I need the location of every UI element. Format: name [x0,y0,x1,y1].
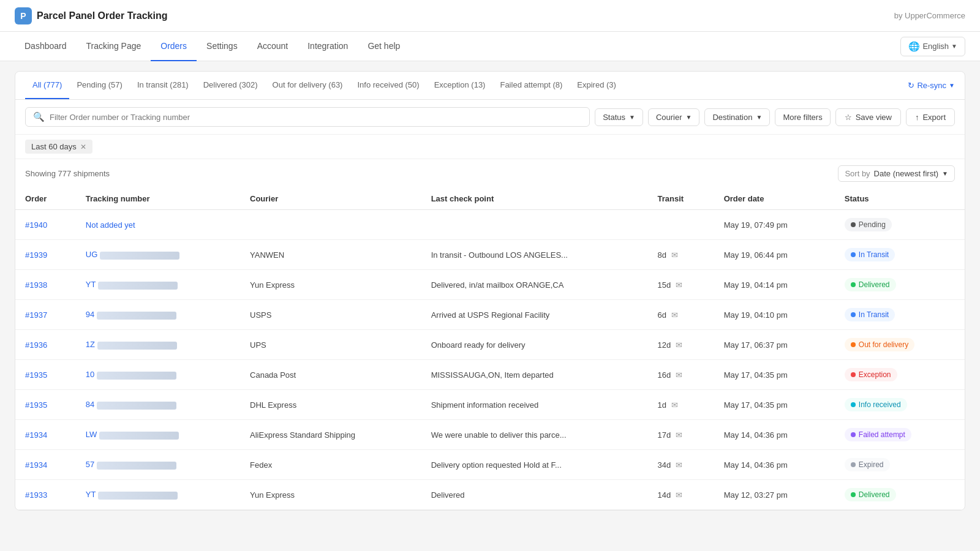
nav-account[interactable]: Account [247,32,298,61]
order-link[interactable]: #1935 [25,400,47,410]
transit-days: 6d ✉ [648,300,714,330]
order-link[interactable]: #1936 [25,340,47,350]
order-date: May 14, 04:36 pm [714,450,835,480]
order-number[interactable]: #1933 [15,480,76,510]
tab-exception[interactable]: Exception (13) [427,72,493,99]
nav-tracking-page[interactable]: Tracking Page [77,32,151,61]
top-bar: P Parcel Panel Order Tracking by UpperCo… [0,0,980,32]
order-number[interactable]: #1934 [15,420,76,450]
col-checkpoint: Last check point [421,188,648,210]
app-branding: P Parcel Panel Order Tracking [15,7,167,24]
courier-name: Yun Express [240,270,421,300]
tracking-number[interactable]: 1Z [76,330,240,360]
search-icon: 🔍 [33,111,45,122]
showing-row: Showing 777 shipments Sort by Date (newe… [15,159,965,188]
export-button[interactable]: ↑ Export [906,108,955,126]
order-link[interactable]: #1934 [25,460,47,470]
order-number[interactable]: #1935 [15,360,76,390]
mail-icon: ✉ [676,490,682,500]
resync-button[interactable]: ↻ Re-sync ▼ [908,76,955,95]
nav-orders[interactable]: Orders [151,32,197,61]
status-badge: In Transit [845,308,895,321]
order-link[interactable]: #1935 [25,370,47,380]
nav-dashboard[interactable]: Dashboard [15,32,77,61]
nav-settings[interactable]: Settings [197,32,247,61]
order-link[interactable]: #1939 [25,250,47,260]
nav-links: Dashboard Tracking Page Orders Settings … [15,32,410,61]
nav-integration[interactable]: Integration [298,32,358,61]
tracking-link[interactable]: 84 [86,400,176,409]
tracking-number[interactable]: YT [76,480,240,510]
order-link[interactable]: #1933 [25,490,47,500]
tracking-link[interactable]: 57 [86,460,176,469]
order-number[interactable]: #1938 [15,270,76,300]
table-row: #1933YT Yun ExpressDelivered14d ✉May 12,… [15,480,965,510]
order-number[interactable]: #1936 [15,330,76,360]
order-link[interactable]: #1934 [25,430,47,440]
order-number[interactable]: #1934 [15,450,76,480]
tracking-link[interactable]: YT [86,490,178,499]
order-link[interactable]: #1938 [25,280,47,290]
tab-failed-attempt[interactable]: Failed attempt (8) [492,72,570,99]
table-row: #193584 DHL ExpressShipment information … [15,390,965,420]
status-label: In Transit [859,310,889,319]
tab-delivered[interactable]: Delivered (302) [196,72,265,99]
order-link[interactable]: #1940 [25,220,47,230]
save-view-button[interactable]: ☆ Save view [835,108,901,126]
tracking-link[interactable]: LW [86,430,179,439]
tab-all[interactable]: All (777) [25,72,69,99]
courier-name: UPS [240,330,421,360]
order-number[interactable]: #1940 [15,210,76,240]
status-filter-button[interactable]: Status ▼ [595,108,643,126]
transit-days: 12d ✉ [648,330,714,360]
status-cell: Failed attempt [835,420,965,450]
destination-filter-button[interactable]: Destination ▼ [704,108,770,126]
tracking-link[interactable]: 94 [86,310,176,319]
export-label: Export [922,113,946,122]
more-filters-label: More filters [783,113,822,122]
more-filters-button[interactable]: More filters [775,108,830,126]
tracking-number[interactable]: YT [76,270,240,300]
sort-select[interactable]: Sort by Date (newest first) ▼ [838,165,955,182]
tracking-number[interactable]: Not added yet [76,210,240,240]
tracking-link[interactable]: UG [86,250,179,259]
order-link[interactable]: #1937 [25,310,47,320]
tracking-number[interactable]: LW [76,420,240,450]
order-number[interactable]: #1935 [15,390,76,420]
status-cell: Expired [835,450,965,480]
courier-name: AliExpress Standard Shipping [240,420,421,450]
search-box[interactable]: 🔍 [25,107,590,127]
tab-in-transit[interactable]: In transit (281) [130,72,196,99]
app-title: Parcel Panel Order Tracking [37,10,167,21]
tracking-number[interactable]: UG [76,240,240,270]
status-badge: Delivered [845,488,896,501]
tracking-link[interactable]: 1Z [86,340,177,349]
date-tag-close-icon[interactable]: ✕ [80,143,86,151]
tracking-number[interactable]: 94 [76,300,240,330]
tracking-number[interactable]: 84 [76,390,240,420]
tracking-link[interactable]: 10 [86,370,176,379]
tab-info-received[interactable]: Info received (50) [350,72,426,99]
order-number[interactable]: #1939 [15,240,76,270]
nav-get-help[interactable]: Get help [358,32,410,61]
tab-pending[interactable]: Pending (57) [69,72,129,99]
transit-days: 1d ✉ [648,390,714,420]
transit-days: 14d ✉ [648,480,714,510]
tab-out-for-delivery[interactable]: Out for delivery (63) [265,72,350,99]
export-icon: ↑ [915,113,919,122]
language-selector[interactable]: 🌐 English ▼ [900,37,965,56]
tracking-link[interactable]: Not added yet [86,220,135,230]
tab-expired[interactable]: Expired (3) [570,72,624,99]
table-row: #193794 USPSArrived at USPS Regional Fac… [15,300,965,330]
tracking-number[interactable]: 57 [76,450,240,480]
table-header-row: Order Tracking number Courier Last check… [15,188,965,210]
status-label: Exception [859,370,891,379]
tracking-link[interactable]: YT [86,280,178,289]
courier-filter-button[interactable]: Courier ▼ [648,108,700,126]
status-badge: Expired [845,458,890,471]
last-checkpoint: Delivered [421,480,648,510]
order-number[interactable]: #1937 [15,300,76,330]
tracking-number[interactable]: 10 [76,360,240,390]
search-input[interactable] [50,113,582,122]
col-transit: Transit [648,188,714,210]
